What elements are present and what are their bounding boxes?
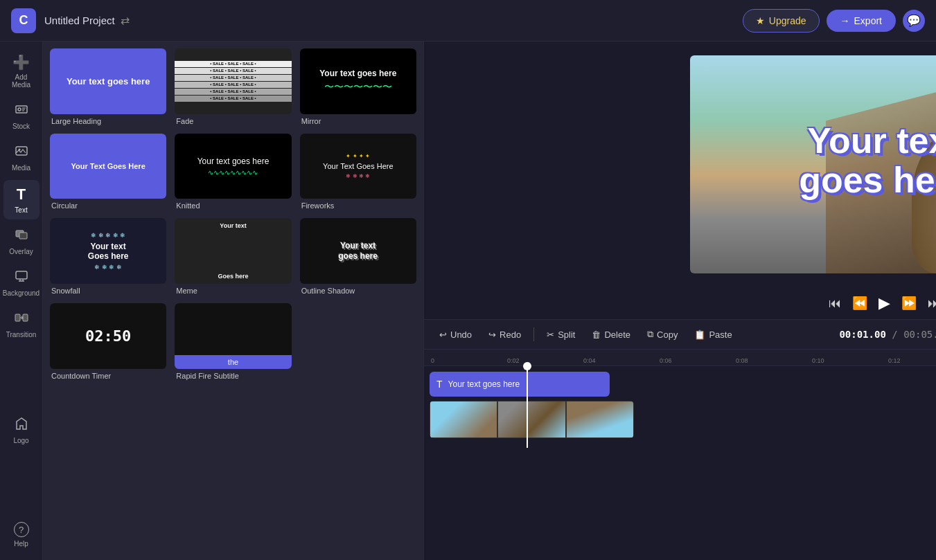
template-mirror[interactable]: Your text goes here 〜〜〜〜〜〜〜 Mirror <box>300 48 416 125</box>
template-thumb-outline-shadow: Your textgoes here <box>300 218 416 284</box>
overlay-icon <box>15 228 28 245</box>
chat-icon[interactable]: 💬 <box>903 10 925 32</box>
rewind-button[interactable]: ⏪ <box>852 296 867 311</box>
ruler-mark-0: 0 <box>430 357 506 364</box>
text-icon: T <box>17 186 26 204</box>
transition-icon <box>15 311 28 328</box>
video-preview: Your text goes here <box>690 55 936 273</box>
template-label-mirror: Mirror <box>300 117 416 125</box>
text-track-icon: T <box>436 379 443 390</box>
template-label-large-heading: Large Heading <box>50 117 166 125</box>
template-meme[interactable]: Your text Goes here Meme <box>175 218 291 295</box>
main-layout: ➕ Add Media Stock Media <box>0 42 936 560</box>
logo-icon <box>15 417 28 434</box>
template-circular[interactable]: Your Text Goes Here Circular <box>50 134 166 210</box>
template-fade[interactable]: • SALE • SALE • SALE • • SALE • SALE • S… <box>175 48 291 125</box>
template-label-fade: Fade <box>175 117 291 125</box>
template-thumb-rapid-fire: the <box>175 303 291 369</box>
template-fireworks[interactable]: ✦ ✦ ✦ ✦ Your Text Goes Here ❄ ❄ ❄ ❄ Fire… <box>300 134 416 210</box>
template-label-countdown: Countdown Timer <box>50 372 166 380</box>
video-thumb-frame-2 <box>497 401 565 438</box>
template-countdown-timer[interactable]: 02:50 Countdown Timer <box>50 303 166 380</box>
template-label-rapid-fire: Rapid Fire Subtitle <box>175 372 291 380</box>
split-button[interactable]: ✂ Split <box>540 326 582 343</box>
export-arrow-icon: → <box>840 15 850 26</box>
topbar: C Untitled Project ⇄ ★ Upgrade → Export … <box>0 0 936 42</box>
redo-button[interactable]: ↪ Redo <box>482 326 528 343</box>
ruler-mark-0-02: 0:02 <box>506 357 582 364</box>
export-button[interactable]: → Export <box>827 10 896 32</box>
template-large-heading[interactable]: Your text goes here Large Heading <box>50 48 166 125</box>
add-media-icon: ➕ <box>12 54 30 71</box>
template-knitted[interactable]: Your text goes here ∿∿∿∿∿∿∿∿∿ Knitted <box>175 134 291 210</box>
playback-controls: ⏮ ⏪ ▶ ⏩ ⏭ <box>424 287 936 319</box>
timeline-area[interactable]: 0 0:02 0:04 0:06 0:08 0:10 <box>424 350 936 560</box>
copy-icon: ⧉ <box>647 329 653 340</box>
undo-icon: ↩ <box>439 329 447 340</box>
panel-scroll-area[interactable]: Your text goes here Large Heading • SALE… <box>43 42 423 560</box>
template-thumb-fade: • SALE • SALE • SALE • • SALE • SALE • S… <box>175 48 291 114</box>
sidebar-item-help[interactable]: ? Help <box>3 516 39 553</box>
video-overlay-text: Your text goes here <box>799 121 936 200</box>
sidebar-item-background[interactable]: Background <box>3 264 39 302</box>
template-thumb-fireworks: ✦ ✦ ✦ ✦ Your Text Goes Here ❄ ❄ ❄ ❄ <box>300 134 416 199</box>
sidebar-item-transition[interactable]: Transition <box>3 305 39 344</box>
template-thumb-mirror: Your text goes here 〜〜〜〜〜〜〜 <box>300 48 416 114</box>
preview-canvas: 16:9 Your text goes here <box>424 42 936 287</box>
copy-button[interactable]: ⧉ Copy <box>640 325 685 343</box>
preview-area: 16:9 Your text goes here ⏮ ⏪ ▶ ⏩ <box>424 42 936 560</box>
topbar-actions: ★ Upgrade → Export 💬 <box>743 9 925 33</box>
playhead[interactable] <box>527 366 528 448</box>
template-label-outline-shadow: Outline Shadow <box>300 287 416 295</box>
template-thumb-circular: Your Text Goes Here <box>50 134 166 199</box>
template-rapid-fire[interactable]: the Rapid Fire Subtitle <box>175 303 291 380</box>
paste-icon: 📋 <box>694 329 705 340</box>
delete-button[interactable]: 🗑 Delete <box>585 326 637 343</box>
video-thumb-inner-2 <box>498 401 565 437</box>
split-icon: ✂ <box>547 329 554 340</box>
sidebar-item-stock[interactable]: Stock <box>3 97 39 136</box>
stock-icon <box>15 102 28 120</box>
playhead-handle[interactable] <box>523 362 531 370</box>
ruler-mark-0-04: 0:04 <box>582 357 658 364</box>
svg-rect-8 <box>23 314 28 321</box>
skip-to-start-button[interactable]: ⏮ <box>829 296 841 311</box>
project-title[interactable]: Untitled Project <box>44 15 115 26</box>
timeline-toolbar: ↩ Undo ↪ Redo ✂ Split 🗑 Delete ⧉ Copy 📋 <box>424 319 936 350</box>
template-grid: Your text goes here Large Heading • SALE… <box>50 48 416 380</box>
sidebar-item-logo[interactable]: Logo <box>3 411 39 450</box>
left-sidebar: ➕ Add Media Stock Media <box>0 42 43 560</box>
sidebar-item-add-media[interactable]: ➕ Add Media <box>3 48 39 94</box>
sidebar-item-media[interactable]: Media <box>3 138 39 177</box>
template-snowfall[interactable]: ❄ ❄ ❄ ❄ ❄ Your textGoes here ❄ ❄ ❄ ❄ Sno… <box>50 218 166 295</box>
ruler-mark-0-06: 0:06 <box>658 357 734 364</box>
ruler-mark-0-12: 0:12 <box>887 357 936 364</box>
svg-rect-7 <box>15 314 20 321</box>
sidebar-item-overlay[interactable]: Overlay <box>3 222 39 261</box>
upgrade-button[interactable]: ★ Upgrade <box>743 9 820 33</box>
video-track-row <box>430 401 936 438</box>
template-thumb-snowfall: ❄ ❄ ❄ ❄ ❄ Your textGoes here ❄ ❄ ❄ ❄ <box>50 218 166 284</box>
template-label-knitted: Knitted <box>175 201 291 210</box>
template-label-meme: Meme <box>175 287 291 295</box>
text-track[interactable]: T Your text goes here <box>430 372 610 397</box>
app-logo: C <box>11 8 36 33</box>
sidebar-item-text[interactable]: T Text <box>3 180 39 219</box>
delete-icon: 🗑 <box>592 329 601 340</box>
undo-button[interactable]: ↩ Undo <box>432 326 479 343</box>
timeline-ruler: 0 0:02 0:04 0:06 0:08 0:10 <box>424 350 936 366</box>
video-thumb-frame-3 <box>566 401 634 438</box>
timeline-time: 00:01.00 / 00:05.47 <box>839 329 936 340</box>
template-outline-shadow[interactable]: Your textgoes here Outline Shadow <box>300 218 416 295</box>
video-track[interactable] <box>430 401 634 438</box>
template-thumb-knitted: Your text goes here ∿∿∿∿∿∿∿∿∿ <box>175 134 291 199</box>
play-button[interactable]: ▶ <box>878 294 890 312</box>
sync-icon: ⇄ <box>121 14 130 27</box>
template-label-snowfall: Snowfall <box>50 287 166 295</box>
video-thumb-inner-1 <box>430 401 497 437</box>
paste-button[interactable]: 📋 Paste <box>687 326 739 343</box>
toolbar-divider-1 <box>533 327 534 341</box>
skip-to-end-button[interactable]: ⏭ <box>928 296 937 311</box>
fast-forward-button[interactable]: ⏩ <box>901 296 917 311</box>
template-thumb-countdown: 02:50 <box>50 303 166 369</box>
